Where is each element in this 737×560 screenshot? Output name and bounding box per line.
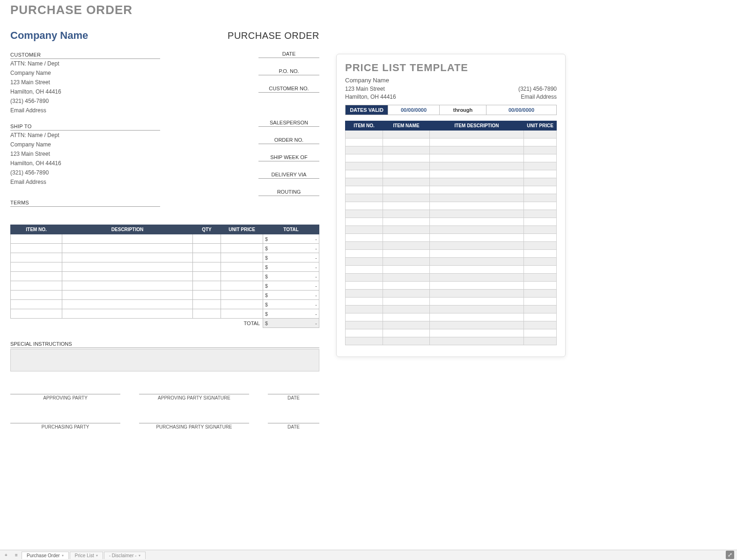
table-cell[interactable] (430, 226, 524, 234)
table-cell[interactable] (346, 138, 383, 146)
table-cell[interactable] (430, 131, 524, 138)
table-cell[interactable] (383, 146, 430, 154)
table-cell[interactable] (383, 329, 430, 337)
table-cell[interactable] (346, 154, 383, 162)
table-cell[interactable] (524, 329, 557, 337)
table-cell[interactable] (221, 253, 263, 262)
table-cell[interactable] (383, 194, 430, 202)
table-cell[interactable] (346, 290, 383, 298)
table-cell[interactable] (383, 266, 430, 274)
table-cell[interactable] (346, 313, 383, 321)
table-cell[interactable] (11, 281, 62, 291)
table-cell[interactable] (346, 266, 383, 274)
table-cell[interactable] (524, 178, 557, 186)
table-cell[interactable] (346, 242, 383, 250)
table-cell[interactable] (524, 242, 557, 250)
table-cell[interactable] (430, 313, 524, 321)
table-cell[interactable] (11, 309, 62, 319)
all-sheets-button[interactable]: ≡ (12, 551, 21, 560)
table-cell[interactable] (430, 337, 524, 345)
table-cell[interactable] (221, 291, 263, 300)
table-cell[interactable] (430, 186, 524, 194)
table-cell[interactable] (524, 218, 557, 226)
table-cell[interactable] (430, 146, 524, 154)
table-cell[interactable] (430, 210, 524, 218)
table-cell[interactable] (383, 131, 430, 138)
table-cell[interactable] (430, 162, 524, 170)
table-cell[interactable] (524, 266, 557, 274)
table-cell[interactable] (346, 210, 383, 218)
tab-price-list[interactable]: Price List▾ (70, 552, 103, 559)
table-cell[interactable] (383, 226, 430, 234)
table-cell[interactable] (383, 242, 430, 250)
table-cell[interactable] (221, 309, 263, 319)
table-cell[interactable] (383, 298, 430, 305)
table-cell[interactable] (346, 282, 383, 290)
table-cell[interactable] (524, 226, 557, 234)
table-cell[interactable] (524, 202, 557, 210)
table-cell[interactable] (383, 234, 430, 242)
expand-button[interactable]: ⤢ (726, 551, 734, 559)
table-cell[interactable] (383, 250, 430, 258)
table-cell[interactable] (430, 282, 524, 290)
table-cell[interactable] (383, 162, 430, 170)
table-cell[interactable] (62, 262, 193, 272)
table-cell[interactable] (383, 170, 430, 178)
table-cell[interactable] (346, 250, 383, 258)
table-cell[interactable] (524, 258, 557, 266)
table-cell[interactable] (430, 138, 524, 146)
table-cell[interactable] (524, 146, 557, 154)
table-cell[interactable] (346, 274, 383, 282)
table-cell[interactable] (430, 178, 524, 186)
table-cell[interactable] (383, 282, 430, 290)
table-cell[interactable] (524, 250, 557, 258)
table-cell[interactable] (430, 170, 524, 178)
table-cell[interactable] (193, 281, 221, 291)
table-cell[interactable] (383, 202, 430, 210)
table-cell[interactable] (430, 305, 524, 313)
table-cell[interactable] (346, 234, 383, 242)
table-cell[interactable] (524, 274, 557, 282)
table-cell[interactable] (524, 154, 557, 162)
table-cell[interactable] (430, 250, 524, 258)
table-cell[interactable] (221, 281, 263, 291)
table-cell[interactable] (383, 290, 430, 298)
add-sheet-button[interactable]: + (2, 551, 10, 560)
table-cell[interactable] (430, 242, 524, 250)
table-cell[interactable] (524, 194, 557, 202)
table-cell[interactable] (62, 272, 193, 281)
table-cell[interactable] (383, 258, 430, 266)
special-instructions-box[interactable] (10, 349, 319, 371)
table-cell[interactable] (383, 274, 430, 282)
table-cell[interactable] (346, 131, 383, 138)
table-cell[interactable] (524, 162, 557, 170)
table-cell[interactable] (430, 202, 524, 210)
table-cell[interactable] (430, 258, 524, 266)
table-cell[interactable] (346, 298, 383, 305)
table-cell[interactable] (62, 291, 193, 300)
table-cell[interactable] (346, 178, 383, 186)
table-cell[interactable] (346, 202, 383, 210)
table-cell[interactable] (346, 329, 383, 337)
table-cell[interactable] (383, 186, 430, 194)
table-cell[interactable] (193, 309, 221, 319)
table-cell[interactable] (62, 234, 193, 244)
table-cell[interactable] (524, 210, 557, 218)
table-cell[interactable] (430, 266, 524, 274)
table-cell[interactable] (221, 272, 263, 281)
table-cell[interactable] (193, 291, 221, 300)
table-cell[interactable] (346, 194, 383, 202)
table-cell[interactable] (221, 244, 263, 253)
table-cell[interactable] (193, 234, 221, 244)
table-cell[interactable] (62, 253, 193, 262)
table-cell[interactable] (221, 262, 263, 272)
table-cell[interactable] (346, 337, 383, 345)
table-cell[interactable] (62, 281, 193, 291)
table-cell[interactable] (524, 138, 557, 146)
table-cell[interactable] (346, 146, 383, 154)
tab-purchase-order[interactable]: Purchase Order▾ (22, 552, 69, 559)
table-cell[interactable] (524, 298, 557, 305)
table-cell[interactable] (430, 321, 524, 329)
table-cell[interactable] (524, 290, 557, 298)
table-cell[interactable] (524, 337, 557, 345)
